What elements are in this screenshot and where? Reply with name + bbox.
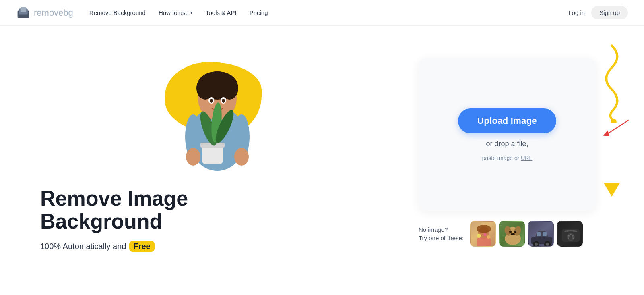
person-svg	[173, 58, 262, 171]
nav-pricing[interactable]: Pricing	[250, 9, 268, 16]
svg-point-31	[487, 235, 490, 239]
svg-point-11	[210, 99, 213, 103]
main-content: Remove Image Background 100% Automatical…	[0, 26, 644, 295]
login-button[interactable]: Log in	[568, 9, 585, 16]
nav-remove-bg[interactable]: Remove Background	[89, 9, 146, 16]
svg-point-57	[568, 237, 569, 239]
hero-left: Remove Image Background 100% Automatical…	[32, 50, 402, 252]
hero-subtitle: 100% Automatically and Free	[40, 241, 402, 252]
hero-image-container	[149, 50, 286, 171]
svg-point-48	[546, 243, 549, 246]
hero-right: Upload Image or drop a file, paste image…	[402, 50, 612, 247]
svg-marker-25	[603, 131, 609, 136]
svg-point-8	[201, 71, 233, 89]
logo-text: removebg	[34, 8, 73, 18]
triangle-decoration	[604, 183, 620, 197]
svg-point-38	[509, 231, 512, 233]
svg-point-56	[568, 235, 570, 237]
hero-title: Remove Image Background	[40, 187, 402, 233]
svg-point-53	[570, 234, 572, 235]
svg-point-54	[572, 235, 574, 237]
sample-thumb-dog[interactable]	[499, 221, 525, 247]
svg-rect-17	[202, 145, 223, 164]
svg-point-32	[483, 233, 487, 236]
svg-rect-2	[21, 7, 26, 12]
svg-point-30	[477, 234, 481, 238]
logo-icon	[16, 6, 31, 20]
hero-person-image	[173, 58, 262, 171]
free-badge: Free	[129, 241, 154, 252]
svg-point-47	[535, 243, 538, 246]
signup-button[interactable]: Sign up	[591, 6, 628, 19]
svg-point-55	[572, 237, 574, 239]
svg-rect-44	[543, 232, 547, 236]
navbar: removebg Remove Background How to use ▾ …	[0, 0, 644, 26]
svg-point-28	[477, 225, 491, 233]
svg-point-12	[222, 99, 225, 103]
svg-rect-43	[537, 232, 541, 236]
svg-rect-29	[477, 238, 491, 247]
svg-line-24	[606, 120, 629, 135]
url-link[interactable]: URL	[521, 155, 532, 161]
sample-thumb-car[interactable]	[528, 221, 554, 247]
svg-point-39	[514, 231, 516, 233]
paste-text: paste image or URL	[482, 155, 533, 161]
samples-label: No image? Try one of these:	[419, 225, 464, 242]
nav-links: Remove Background How to use ▾ Tools & A…	[89, 9, 568, 16]
svg-marker-23	[604, 183, 620, 197]
sample-images-row: No image? Try one of these:	[419, 221, 596, 247]
logo[interactable]: removebg	[16, 6, 73, 20]
hero-text: Remove Image Background 100% Automatical…	[32, 187, 402, 252]
svg-point-16	[234, 148, 249, 166]
drop-text: or drop a file,	[486, 140, 528, 148]
sample-thumbs	[470, 221, 583, 247]
nav-tools-api[interactable]: Tools & API	[206, 9, 237, 16]
nav-how-to-use[interactable]: How to use ▾	[159, 9, 193, 16]
nav-actions: Log in Sign up	[568, 6, 628, 19]
svg-point-15	[186, 148, 200, 166]
upload-button[interactable]: Upload Image	[458, 108, 556, 133]
upload-dropzone[interactable]: Upload Image or drop a file, paste image…	[419, 58, 596, 211]
svg-point-40	[511, 233, 515, 235]
sample-thumb-phone[interactable]	[557, 221, 583, 247]
red-arrow-decoration	[600, 116, 632, 140]
sample-thumb-woman[interactable]	[470, 221, 496, 247]
chevron-down-icon: ▾	[190, 10, 193, 15]
